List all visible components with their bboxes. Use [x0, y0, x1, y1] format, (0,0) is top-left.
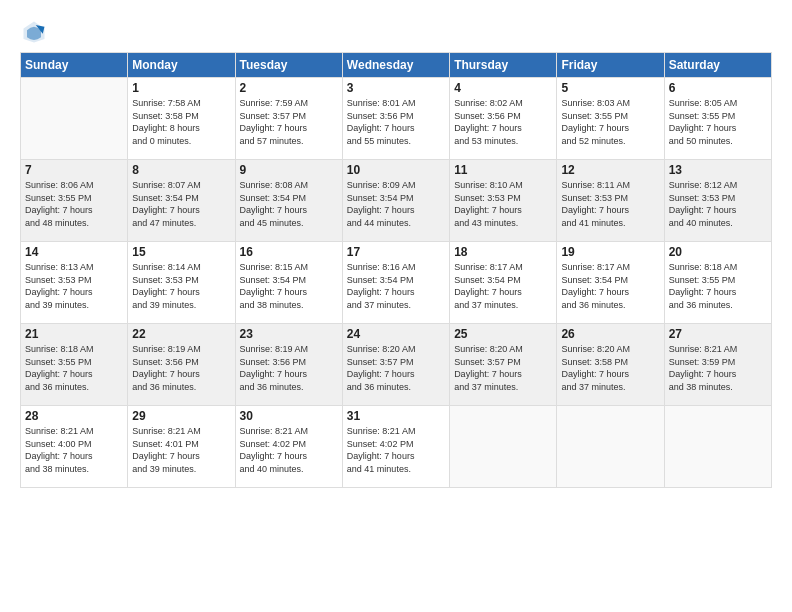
calendar-cell: 30Sunrise: 8:21 AM Sunset: 4:02 PM Dayli…	[235, 406, 342, 488]
calendar-cell: 19Sunrise: 8:17 AM Sunset: 3:54 PM Dayli…	[557, 242, 664, 324]
calendar-cell: 3Sunrise: 8:01 AM Sunset: 3:56 PM Daylig…	[342, 78, 449, 160]
day-info: Sunrise: 8:17 AM Sunset: 3:54 PM Dayligh…	[561, 261, 659, 311]
calendar-cell: 16Sunrise: 8:15 AM Sunset: 3:54 PM Dayli…	[235, 242, 342, 324]
day-number: 14	[25, 245, 123, 259]
day-number: 21	[25, 327, 123, 341]
calendar-cell: 9Sunrise: 8:08 AM Sunset: 3:54 PM Daylig…	[235, 160, 342, 242]
calendar-cell: 26Sunrise: 8:20 AM Sunset: 3:58 PM Dayli…	[557, 324, 664, 406]
day-info: Sunrise: 8:12 AM Sunset: 3:53 PM Dayligh…	[669, 179, 767, 229]
day-info: Sunrise: 8:13 AM Sunset: 3:53 PM Dayligh…	[25, 261, 123, 311]
logo-icon	[20, 18, 48, 46]
day-number: 29	[132, 409, 230, 423]
calendar-week-5: 28Sunrise: 8:21 AM Sunset: 4:00 PM Dayli…	[21, 406, 772, 488]
calendar-cell: 13Sunrise: 8:12 AM Sunset: 3:53 PM Dayli…	[664, 160, 771, 242]
calendar-cell	[557, 406, 664, 488]
day-number: 17	[347, 245, 445, 259]
day-info: Sunrise: 8:03 AM Sunset: 3:55 PM Dayligh…	[561, 97, 659, 147]
day-number: 3	[347, 81, 445, 95]
day-info: Sunrise: 8:19 AM Sunset: 3:56 PM Dayligh…	[132, 343, 230, 393]
day-number: 16	[240, 245, 338, 259]
day-info: Sunrise: 8:07 AM Sunset: 3:54 PM Dayligh…	[132, 179, 230, 229]
column-header-wednesday: Wednesday	[342, 53, 449, 78]
day-number: 19	[561, 245, 659, 259]
day-number: 2	[240, 81, 338, 95]
calendar-cell: 5Sunrise: 8:03 AM Sunset: 3:55 PM Daylig…	[557, 78, 664, 160]
header	[20, 18, 772, 46]
calendar-week-4: 21Sunrise: 8:18 AM Sunset: 3:55 PM Dayli…	[21, 324, 772, 406]
calendar-header-row: SundayMondayTuesdayWednesdayThursdayFrid…	[21, 53, 772, 78]
calendar-cell: 15Sunrise: 8:14 AM Sunset: 3:53 PM Dayli…	[128, 242, 235, 324]
day-number: 5	[561, 81, 659, 95]
day-number: 7	[25, 163, 123, 177]
day-number: 25	[454, 327, 552, 341]
logo	[20, 18, 52, 46]
day-info: Sunrise: 8:20 AM Sunset: 3:58 PM Dayligh…	[561, 343, 659, 393]
day-number: 20	[669, 245, 767, 259]
day-number: 12	[561, 163, 659, 177]
day-info: Sunrise: 8:14 AM Sunset: 3:53 PM Dayligh…	[132, 261, 230, 311]
calendar-cell: 31Sunrise: 8:21 AM Sunset: 4:02 PM Dayli…	[342, 406, 449, 488]
calendar-cell: 17Sunrise: 8:16 AM Sunset: 3:54 PM Dayli…	[342, 242, 449, 324]
day-info: Sunrise: 8:15 AM Sunset: 3:54 PM Dayligh…	[240, 261, 338, 311]
calendar-cell	[450, 406, 557, 488]
day-info: Sunrise: 8:10 AM Sunset: 3:53 PM Dayligh…	[454, 179, 552, 229]
day-number: 24	[347, 327, 445, 341]
day-info: Sunrise: 8:18 AM Sunset: 3:55 PM Dayligh…	[25, 343, 123, 393]
calendar-week-2: 7Sunrise: 8:06 AM Sunset: 3:55 PM Daylig…	[21, 160, 772, 242]
day-number: 1	[132, 81, 230, 95]
day-number: 27	[669, 327, 767, 341]
calendar-cell: 29Sunrise: 8:21 AM Sunset: 4:01 PM Dayli…	[128, 406, 235, 488]
day-info: Sunrise: 8:20 AM Sunset: 3:57 PM Dayligh…	[347, 343, 445, 393]
page: SundayMondayTuesdayWednesdayThursdayFrid…	[0, 0, 792, 612]
column-header-saturday: Saturday	[664, 53, 771, 78]
day-info: Sunrise: 8:19 AM Sunset: 3:56 PM Dayligh…	[240, 343, 338, 393]
calendar-cell: 6Sunrise: 8:05 AM Sunset: 3:55 PM Daylig…	[664, 78, 771, 160]
calendar-week-1: 1Sunrise: 7:58 AM Sunset: 3:58 PM Daylig…	[21, 78, 772, 160]
calendar-cell: 24Sunrise: 8:20 AM Sunset: 3:57 PM Dayli…	[342, 324, 449, 406]
calendar-cell: 4Sunrise: 8:02 AM Sunset: 3:56 PM Daylig…	[450, 78, 557, 160]
column-header-monday: Monday	[128, 53, 235, 78]
column-header-friday: Friday	[557, 53, 664, 78]
day-number: 11	[454, 163, 552, 177]
day-number: 4	[454, 81, 552, 95]
day-number: 6	[669, 81, 767, 95]
day-info: Sunrise: 8:16 AM Sunset: 3:54 PM Dayligh…	[347, 261, 445, 311]
calendar-cell: 10Sunrise: 8:09 AM Sunset: 3:54 PM Dayli…	[342, 160, 449, 242]
calendar-cell: 25Sunrise: 8:20 AM Sunset: 3:57 PM Dayli…	[450, 324, 557, 406]
calendar-cell: 1Sunrise: 7:58 AM Sunset: 3:58 PM Daylig…	[128, 78, 235, 160]
day-info: Sunrise: 8:21 AM Sunset: 4:02 PM Dayligh…	[347, 425, 445, 475]
day-info: Sunrise: 8:18 AM Sunset: 3:55 PM Dayligh…	[669, 261, 767, 311]
calendar-cell: 22Sunrise: 8:19 AM Sunset: 3:56 PM Dayli…	[128, 324, 235, 406]
day-number: 9	[240, 163, 338, 177]
calendar-cell: 7Sunrise: 8:06 AM Sunset: 3:55 PM Daylig…	[21, 160, 128, 242]
day-number: 26	[561, 327, 659, 341]
day-info: Sunrise: 8:09 AM Sunset: 3:54 PM Dayligh…	[347, 179, 445, 229]
calendar-cell: 28Sunrise: 8:21 AM Sunset: 4:00 PM Dayli…	[21, 406, 128, 488]
day-info: Sunrise: 8:06 AM Sunset: 3:55 PM Dayligh…	[25, 179, 123, 229]
day-info: Sunrise: 8:21 AM Sunset: 4:02 PM Dayligh…	[240, 425, 338, 475]
calendar-cell: 2Sunrise: 7:59 AM Sunset: 3:57 PM Daylig…	[235, 78, 342, 160]
day-number: 8	[132, 163, 230, 177]
day-info: Sunrise: 8:02 AM Sunset: 3:56 PM Dayligh…	[454, 97, 552, 147]
day-info: Sunrise: 8:21 AM Sunset: 4:01 PM Dayligh…	[132, 425, 230, 475]
day-info: Sunrise: 8:08 AM Sunset: 3:54 PM Dayligh…	[240, 179, 338, 229]
column-header-thursday: Thursday	[450, 53, 557, 78]
day-number: 23	[240, 327, 338, 341]
day-info: Sunrise: 8:05 AM Sunset: 3:55 PM Dayligh…	[669, 97, 767, 147]
column-header-tuesday: Tuesday	[235, 53, 342, 78]
day-number: 18	[454, 245, 552, 259]
calendar-cell: 11Sunrise: 8:10 AM Sunset: 3:53 PM Dayli…	[450, 160, 557, 242]
day-info: Sunrise: 8:17 AM Sunset: 3:54 PM Dayligh…	[454, 261, 552, 311]
calendar-cell: 27Sunrise: 8:21 AM Sunset: 3:59 PM Dayli…	[664, 324, 771, 406]
calendar-cell: 20Sunrise: 8:18 AM Sunset: 3:55 PM Dayli…	[664, 242, 771, 324]
calendar-table: SundayMondayTuesdayWednesdayThursdayFrid…	[20, 52, 772, 488]
day-number: 10	[347, 163, 445, 177]
calendar-cell: 8Sunrise: 8:07 AM Sunset: 3:54 PM Daylig…	[128, 160, 235, 242]
day-number: 31	[347, 409, 445, 423]
calendar-cell: 18Sunrise: 8:17 AM Sunset: 3:54 PM Dayli…	[450, 242, 557, 324]
day-info: Sunrise: 8:20 AM Sunset: 3:57 PM Dayligh…	[454, 343, 552, 393]
calendar-week-3: 14Sunrise: 8:13 AM Sunset: 3:53 PM Dayli…	[21, 242, 772, 324]
calendar-cell	[21, 78, 128, 160]
calendar-body: 1Sunrise: 7:58 AM Sunset: 3:58 PM Daylig…	[21, 78, 772, 488]
calendar-cell: 14Sunrise: 8:13 AM Sunset: 3:53 PM Dayli…	[21, 242, 128, 324]
